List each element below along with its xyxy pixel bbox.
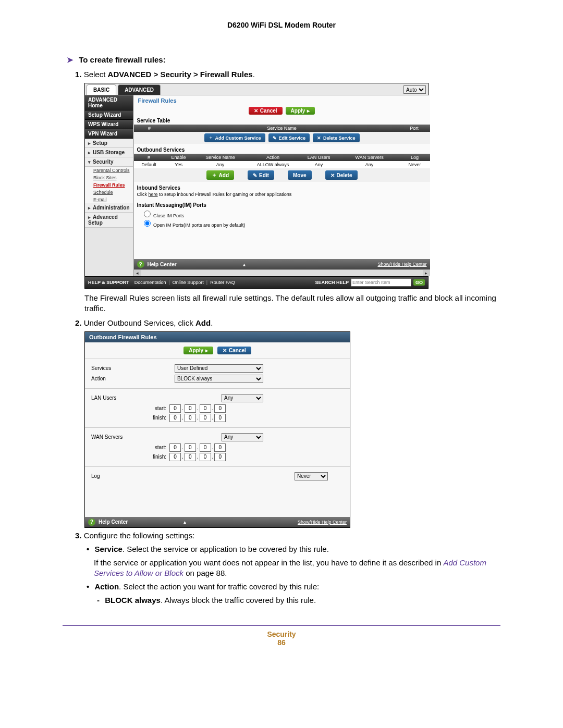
- cancel-button[interactable]: ✕Cancel: [249, 107, 283, 115]
- move-button[interactable]: Move: [288, 170, 312, 180]
- chevron-up-icon[interactable]: ▴: [183, 519, 186, 525]
- horizontal-scrollbar[interactable]: ◂ ▸: [134, 269, 430, 276]
- apply-button[interactable]: Apply▸: [183, 347, 213, 354]
- bullet-action-bold: Action: [94, 582, 119, 591]
- scroll-right-icon[interactable]: ▸: [423, 270, 430, 276]
- close-im-radio[interactable]: [144, 211, 151, 217]
- sidebar-block-sites[interactable]: Block Sites: [85, 174, 133, 181]
- step-2-text-a: Under Outbound Services, click: [84, 318, 195, 327]
- outbound-header: # Enable Service Name Action LAN Users W…: [134, 154, 430, 161]
- bullet-service-bold: Service: [94, 545, 122, 553]
- wan-start-1[interactable]: [169, 443, 181, 452]
- sidebar-email[interactable]: E-mail: [85, 196, 133, 203]
- lan-start-2[interactable]: [185, 404, 196, 413]
- finish-label: finish:: [146, 415, 166, 421]
- sidebar-setup-wizard[interactable]: Setup Wizard: [85, 110, 133, 120]
- inbound-here-link[interactable]: here: [149, 192, 158, 197]
- inbound-note: Click here to setup inbound Firewall Rul…: [137, 192, 430, 197]
- sidebar-parental-controls[interactable]: Parental Controls: [85, 167, 133, 174]
- close-icon: ✕: [254, 108, 258, 114]
- sidebar-schedule[interactable]: Schedule: [85, 189, 133, 196]
- wan-finish-row: finish: ...: [146, 453, 344, 461]
- step-2-text-c: .: [211, 318, 213, 327]
- lan-finish-2[interactable]: [185, 414, 196, 422]
- help-icon[interactable]: ?: [88, 519, 95, 526]
- lan-start-3[interactable]: [200, 404, 211, 413]
- wan-finish-1[interactable]: [169, 453, 181, 461]
- go-button[interactable]: GO: [413, 279, 425, 286]
- sidebar-security[interactable]: Security: [85, 157, 133, 167]
- lan-users-select[interactable]: Any: [222, 394, 263, 402]
- search-input[interactable]: [351, 278, 411, 287]
- step-1-text-a: Select: [84, 70, 108, 79]
- section-title: ➤ To create firewall rules:: [67, 55, 500, 65]
- edit-button[interactable]: ✎Edit: [248, 170, 274, 180]
- scroll-left-icon[interactable]: ◂: [134, 270, 141, 276]
- step-3: 3. Configure the following settings:: [84, 531, 500, 540]
- sidebar-administration[interactable]: Administration: [85, 203, 133, 213]
- doc-header: D6200 WiFi DSL Modem Router: [63, 21, 500, 29]
- lan-finish-4[interactable]: [214, 414, 226, 422]
- documentation-link[interactable]: Documentation: [134, 280, 166, 285]
- online-support-link[interactable]: Online Support: [173, 280, 204, 285]
- close-im-option[interactable]: Close IM Ports: [141, 209, 430, 218]
- sidebar-setup[interactable]: Setup: [85, 139, 133, 148]
- main-panel: Firewall Rules ✕Cancel Apply▸ Service Ta…: [133, 95, 430, 276]
- bullet-service-cont: If the service or application you want d…: [94, 558, 500, 579]
- wan-start-row: start: ...: [146, 443, 344, 452]
- service-table-header: # Service Name Port: [134, 125, 430, 132]
- lan-start-row: start: ...: [146, 404, 344, 413]
- show-hide-help-link[interactable]: Show/Hide Help Center: [378, 262, 427, 267]
- log-select[interactable]: Never: [295, 472, 328, 480]
- sidebar: ADVANCED Home Setup Wizard WPS Wizard VP…: [85, 95, 133, 276]
- page-number: 86: [63, 638, 500, 647]
- wan-finish-4[interactable]: [214, 453, 226, 461]
- show-hide-help-link[interactable]: Show/Hide Help Center: [298, 520, 347, 525]
- add-button[interactable]: ＋Add: [206, 170, 234, 180]
- lan-start-1[interactable]: [169, 404, 181, 413]
- step-2: 2. Under Outbound Services, click Add.: [84, 318, 500, 327]
- lan-start-4[interactable]: [214, 404, 226, 413]
- col-port: Port: [399, 125, 430, 132]
- sidebar-vpn-wizard[interactable]: VPN Wizard: [85, 129, 133, 139]
- im-heading: Instant Messaging(IM) Ports: [137, 202, 430, 208]
- edit-service-button[interactable]: ✎Edit Service: [268, 133, 310, 142]
- chevron-up-icon[interactable]: ▴: [243, 262, 246, 267]
- add-custom-service-button[interactable]: ＋Add Custom Service: [204, 133, 265, 142]
- open-im-option[interactable]: Open IM Ports(IM ports are open by defau…: [141, 218, 430, 228]
- wan-servers-select[interactable]: Any: [222, 433, 263, 441]
- section-title-text: To create firewall rules:: [79, 55, 165, 64]
- delete-service-button[interactable]: ✕Delete Service: [313, 133, 360, 142]
- apply-button[interactable]: Apply▸: [286, 107, 315, 115]
- sidebar-advanced-setup[interactable]: Advanced Setup: [85, 213, 133, 228]
- open-im-radio[interactable]: [144, 220, 151, 227]
- pencil-icon: ✎: [253, 172, 257, 178]
- wan-start-3[interactable]: [200, 443, 211, 452]
- bullet-service-cont-b: on page 88.: [183, 569, 227, 577]
- wan-start-2[interactable]: [185, 443, 196, 452]
- sidebar-wps-wizard[interactable]: WPS Wizard: [85, 120, 133, 129]
- step-1-number: 1.: [75, 70, 82, 79]
- service-table-heading: Service Table: [137, 118, 430, 124]
- finish-label: finish:: [146, 454, 166, 460]
- wan-finish-2[interactable]: [185, 453, 196, 461]
- sidebar-firewall-rules[interactable]: Firewall Rules: [85, 181, 133, 189]
- sidebar-adv-home[interactable]: ADVANCED Home: [85, 95, 133, 110]
- help-icon[interactable]: ?: [137, 261, 144, 268]
- wan-start-4[interactable]: [214, 443, 226, 452]
- lan-finish-1[interactable]: [169, 414, 181, 422]
- services-select[interactable]: User Defined: [175, 364, 263, 373]
- bullet-service-text: . Select the service or application to b…: [123, 545, 329, 553]
- tab-advanced[interactable]: ADVANCED: [118, 84, 161, 95]
- delete-button[interactable]: ✕Delete: [325, 170, 358, 180]
- bullet-service: • Service. Select the service or applica…: [94, 544, 500, 554]
- wan-finish-3[interactable]: [200, 453, 211, 461]
- action-select[interactable]: BLOCK always: [175, 375, 263, 383]
- services-label: Services: [91, 365, 175, 371]
- router-faq-link[interactable]: Router FAQ: [210, 280, 235, 285]
- cancel-button[interactable]: ✕Cancel: [217, 347, 251, 354]
- lan-finish-3[interactable]: [200, 414, 211, 422]
- language-select[interactable]: Auto: [403, 85, 426, 94]
- sidebar-usb-storage[interactable]: USB Storage: [85, 148, 133, 157]
- tab-basic[interactable]: BASIC: [87, 84, 116, 95]
